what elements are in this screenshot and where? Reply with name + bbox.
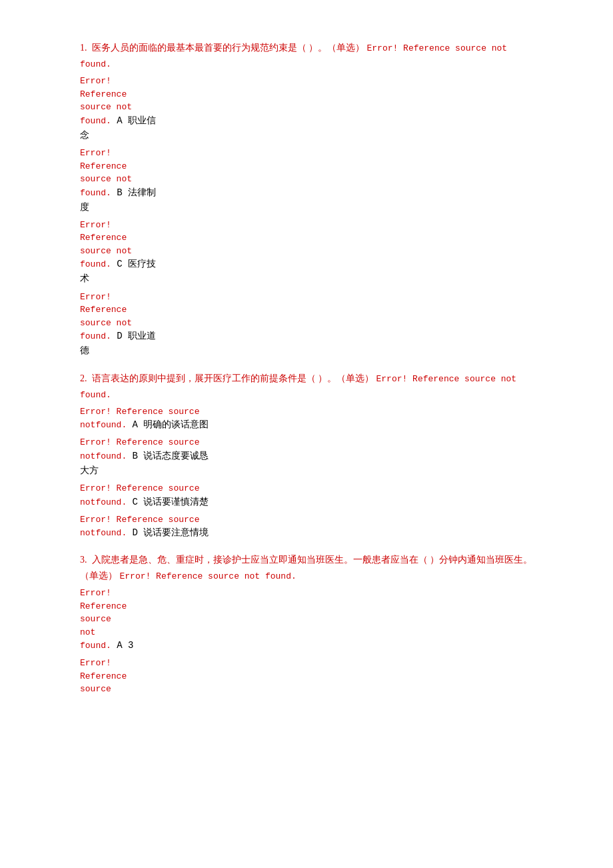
q1-opt-a-err2: Reference	[80, 88, 533, 101]
question-1-option-d: Error! Reference source not found. D 职业道…	[80, 291, 533, 359]
question-1: 1. 医务人员的面临的最基本最首要的行为规范约束是（ ）。（单选） Error!…	[80, 40, 533, 359]
question-3-title-error: Error! Reference source not found.	[120, 571, 297, 581]
q1-opt-b-err2: Reference	[80, 160, 533, 173]
question-2-option-a: Error! Reference source notfound. A 明确的谈…	[80, 405, 533, 433]
q2-opt-b-err2: notfound. B 说话态度要诚恳	[80, 449, 533, 463]
q3-opt-a-err4: not	[80, 626, 533, 639]
question-2-title-text: 语言表达的原则中提到，展开医疗工作的前提条件是（ ）。（单选）	[92, 373, 374, 383]
question-3: 3. 入院患者是急、危、重症时，接诊护士应当立即通知当班医生。一般患者应当在（ …	[80, 552, 533, 695]
q1-opt-d-err4: found. D 职业道	[80, 329, 533, 343]
q2-opt-a-err1: Error! Reference source	[80, 405, 533, 419]
q1-opt-d-err3: source not	[80, 317, 533, 330]
q1-opt-c-err1: Error!	[80, 219, 533, 232]
q1-opt-b-err1: Error!	[80, 147, 533, 160]
question-3-option-a: Error! Reference source not found. A 3	[80, 587, 533, 653]
q1-opt-c-err2: Reference	[80, 231, 533, 245]
q3-opt-b-err1: Error!	[80, 657, 533, 670]
q3-opt-a-err2: Reference	[80, 600, 533, 613]
question-1-number: 1.	[80, 43, 87, 53]
question-3-number: 3.	[80, 555, 87, 565]
q1-opt-a-label2: 念	[80, 130, 89, 140]
question-3-option-b: Error! Reference source	[80, 657, 533, 696]
q1-opt-c-err3: source not	[80, 245, 533, 258]
q1-opt-b-err4: found. B 法律制	[80, 186, 533, 200]
q1-opt-a-label: A 职业信	[111, 115, 156, 126]
q1-opt-d-label2: 德	[80, 345, 89, 355]
question-1-option-a: Error! Reference source not found. A 职业信…	[80, 75, 533, 143]
q1-opt-b-err3: source not	[80, 173, 533, 186]
q2-opt-b-err1: Error! Reference source	[80, 436, 533, 449]
q3-opt-a-err3: source	[80, 613, 533, 626]
question-1-title: 1. 医务人员的面临的最基本最首要的行为规范约束是（ ）。（单选） Error!…	[80, 40, 533, 72]
q3-opt-b-err3: source	[80, 683, 533, 696]
q2-opt-b-label2: 大方	[80, 465, 99, 475]
q1-opt-a-err3: source not	[80, 101, 533, 114]
question-2: 2. 语言表达的原则中提到，展开医疗工作的前提条件是（ ）。（单选） Error…	[80, 371, 533, 541]
q1-opt-c-err4: found. C 医疗技	[80, 257, 533, 271]
q2-opt-a-label: A 明确的谈话意图	[127, 419, 209, 430]
q1-opt-c-label: C 医疗技	[111, 259, 156, 269]
q1-opt-a-err1: Error!	[80, 75, 533, 88]
q2-opt-d-err2: notfound. D 说话要注意情境	[80, 526, 533, 540]
q1-opt-d-label: D 职业道	[111, 331, 156, 341]
question-2-option-d: Error! Reference source notfound. D 说话要注…	[80, 513, 533, 541]
question-1-option-c: Error! Reference source not found. C 医疗技…	[80, 219, 533, 287]
q1-opt-b-label2: 度	[80, 202, 89, 212]
q2-opt-c-err1: Error! Reference source	[80, 482, 533, 495]
question-2-option-c: Error! Reference source notfound. C 说话要谨…	[80, 482, 533, 509]
q1-opt-b-label: B 法律制	[111, 187, 156, 198]
q1-opt-c-label2: 术	[80, 273, 89, 283]
q3-opt-a-err5: found. A 3	[80, 639, 533, 653]
q2-opt-d-label: D 说话要注意情境	[127, 527, 209, 538]
question-3-title: 3. 入院患者是急、危、重症时，接诊护士应当立即通知当班医生。一般患者应当在（ …	[80, 552, 533, 584]
q1-opt-d-err1: Error!	[80, 291, 533, 304]
question-1-option-b: Error! Reference source not found. B 法律制…	[80, 147, 533, 215]
question-1-title-text: 医务人员的面临的最基本最首要的行为规范约束是（ ）。（单选）	[92, 43, 365, 53]
q2-opt-b-label: B 说话态度要诚恳	[127, 451, 209, 461]
q3-opt-a-err1: Error!	[80, 587, 533, 600]
q1-opt-d-err2: Reference	[80, 303, 533, 317]
q3-opt-a-label: A 3	[111, 640, 134, 651]
question-2-title: 2. 语言表达的原则中提到，展开医疗工作的前提条件是（ ）。（单选） Error…	[80, 371, 533, 403]
q2-opt-a-err2: notfound. A 明确的谈话意图	[80, 418, 533, 432]
question-2-option-b: Error! Reference source notfound. B 说话态度…	[80, 436, 533, 478]
q2-opt-c-label: C 说话要谨慎清楚	[127, 497, 209, 507]
q2-opt-d-err1: Error! Reference source	[80, 513, 533, 527]
q2-opt-c-err2: notfound. C 说话要谨慎清楚	[80, 495, 533, 509]
question-2-number: 2.	[80, 373, 87, 383]
q3-opt-b-err2: Reference	[80, 670, 533, 683]
q1-opt-a-err4: found. A 职业信	[80, 114, 533, 128]
